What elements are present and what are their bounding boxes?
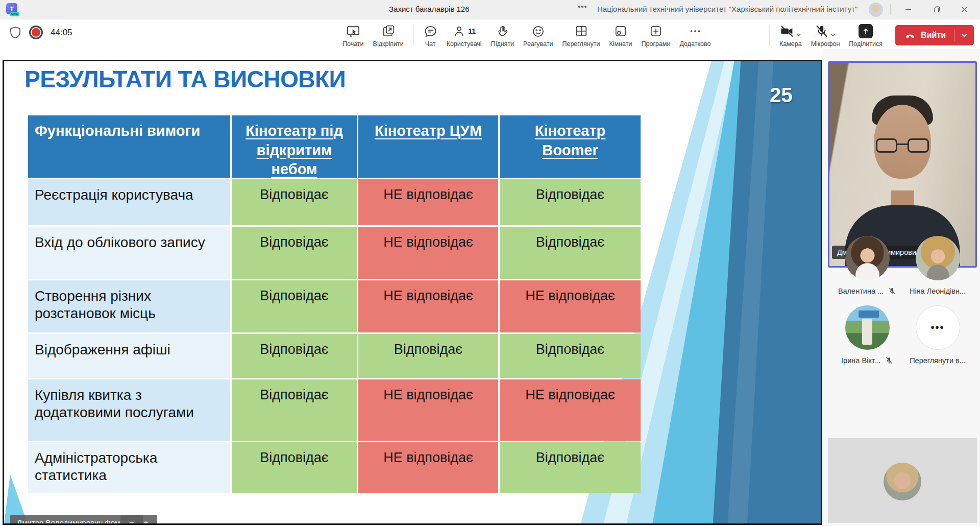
chevron-down-icon[interactable]	[830, 32, 836, 38]
table-cell: НЕ відповідає	[358, 442, 498, 493]
toolbar-label: Реагувати	[523, 40, 553, 47]
requirements-table: Функціональні вимоги Кінотеатр під відкр…	[28, 115, 641, 493]
participant-avatar	[845, 236, 890, 280]
leave-options-chevron[interactable]	[954, 25, 974, 45]
toolbar-right-group: Камера Мікрофон	[764, 21, 974, 50]
table-row-label: Створення різних розстановок місць	[28, 280, 230, 332]
raise-hand-button[interactable]: Підняти	[486, 21, 519, 50]
participant-name: Ніна Леонідівн...	[910, 287, 966, 295]
table-header: Функціональні вимоги	[28, 115, 230, 178]
table-cell: Відповідає	[500, 179, 641, 225]
participants-button[interactable]: 11 Користувачі	[442, 21, 486, 50]
participant-tile[interactable]: Ніна Леонідівн...	[900, 236, 975, 295]
slide-25: РЕЗУЛЬТАТИ ТА ВИСНОВКИ 25 Функціональні …	[3, 60, 822, 525]
chevron-down-icon	[961, 32, 968, 39]
table-cell: Відповідає	[500, 442, 641, 493]
participant-name: Переглянути в...	[910, 356, 966, 365]
toolbar-label: Кімнати	[609, 40, 632, 47]
table-cell: НЕ відповідає	[358, 179, 498, 225]
leave-label: Вийти	[921, 31, 946, 40]
leave-split-button[interactable]: Вийти	[895, 25, 974, 45]
table-row-label: Вхід до облікового запису	[28, 227, 230, 279]
microphone-button[interactable]: Мікрофон	[806, 21, 845, 50]
teams-app-icon: T NEW	[6, 3, 17, 14]
toolbar-label: Переглянути	[562, 40, 600, 47]
secondary-video-tile[interactable]	[828, 438, 977, 523]
toolbar-label: Додатково	[679, 40, 710, 47]
toolbar-label: Почати	[342, 40, 364, 47]
participant-avatar	[845, 305, 890, 350]
participant-tile[interactable]: Ірина Вікт...	[830, 305, 904, 365]
toolbar-divider	[769, 25, 770, 46]
slide-page-number: 25	[770, 84, 793, 107]
table-header: Кінотеатр Boomer	[500, 115, 641, 178]
table-cell: Відповідає	[232, 227, 357, 279]
unpin-button[interactable]: Відкріпити	[369, 21, 408, 50]
minimize-button[interactable]	[896, 0, 920, 18]
view-more-participants-tile[interactable]: ••• Переглянути в...	[900, 305, 975, 365]
table-cell: НЕ відповідає	[358, 227, 498, 279]
participant-avatar	[916, 236, 960, 280]
table-cell: Відповідає	[358, 334, 498, 378]
camera-button[interactable]: Камера	[775, 21, 806, 50]
participants-count-badge: 11	[468, 27, 476, 35]
restore-button[interactable]	[925, 0, 948, 18]
more-participants-icon[interactable]: •••	[916, 305, 960, 350]
presentation-stage: РЕЗУЛЬТАТИ ТА ВИСНОВКИ 25 Функціональні …	[0, 49, 823, 526]
toolbar-label: Програми	[642, 40, 671, 47]
participant-avatar	[884, 463, 921, 500]
participant-name: Валентина ...	[838, 287, 884, 295]
participant-tile[interactable]: Валентина ...	[830, 236, 904, 295]
toolbar-label: Користувачі	[447, 40, 482, 47]
table-cell: Відповідає	[232, 280, 357, 332]
titlebar-separator	[890, 4, 891, 15]
mic-muted-icon	[888, 287, 896, 295]
account-avatar[interactable]	[869, 3, 883, 17]
table-row-label: Адміністраторська статистика	[28, 442, 230, 493]
table-cell: НЕ відповідає	[358, 379, 498, 441]
popout-icon	[382, 23, 395, 39]
hangup-phone-icon	[904, 30, 916, 41]
window-titlebar: T NEW Захист бакалаврів 126 ••• Націонал…	[0, 0, 980, 19]
participant-name: Ірина Вікт...	[841, 356, 880, 365]
teams-meeting-window: T NEW Захист бакалаврів 126 ••• Націонал…	[0, 0, 980, 526]
titlebar-overflow-icon[interactable]: •••	[578, 2, 587, 11]
account-org-name: Національний технічний університет "Харк…	[597, 5, 857, 13]
view-button[interactable]: Переглянути	[557, 21, 604, 50]
table-row-label: Реєстрація користувача	[28, 179, 230, 225]
mic-muted-icon	[885, 356, 893, 365]
react-button[interactable]: Реагувати	[519, 21, 557, 50]
table-cell: Відповідає	[232, 179, 357, 225]
zoom-out-button[interactable]: −	[129, 518, 134, 525]
zoom-in-button[interactable]: +	[143, 518, 149, 525]
table-cell: НЕ відповідає	[358, 280, 498, 332]
rooms-button[interactable]: Кімнати	[605, 21, 637, 50]
share-tray-button[interactable]: Поділитися	[844, 21, 887, 50]
apps-button[interactable]: Програми	[637, 21, 675, 50]
share-screen-icon	[346, 23, 360, 39]
table-header: Кінотеатр під відкритим небом	[232, 115, 357, 178]
grid-view-icon	[575, 23, 588, 39]
leave-button[interactable]: Вийти	[895, 25, 954, 45]
meeting-timer: 44:05	[51, 28, 72, 38]
close-button[interactable]	[952, 0, 976, 18]
participants-panel: Дмитро Володимирович Фоменко Валентина .…	[823, 49, 980, 526]
table-header: Кінотеатр ЦУМ	[358, 115, 498, 178]
breakout-rooms-icon	[614, 23, 627, 39]
table-cell: Відповідає	[232, 379, 357, 441]
table-row-label: Купівля квитка з додатковими послугами	[28, 379, 230, 441]
start-presenting-button[interactable]: Почати	[338, 21, 369, 50]
chat-icon	[424, 23, 437, 39]
chat-button[interactable]: Чат	[419, 21, 442, 50]
toolbar-label: Поділитися	[849, 40, 883, 47]
table-cell: Відповідає	[232, 334, 357, 378]
table-cell: Відповідає	[500, 227, 641, 279]
more-dots-icon	[689, 23, 702, 39]
table-row-label: Відображення афіші	[28, 334, 230, 378]
chevron-down-icon[interactable]	[796, 32, 801, 38]
raised-hand-icon	[496, 23, 509, 39]
toolbar-label: Відкріпити	[373, 40, 404, 47]
toolbar-label: Чат	[425, 40, 436, 47]
toolbar-label: Камера	[779, 40, 802, 47]
more-actions-button[interactable]: Додатково	[675, 21, 715, 50]
